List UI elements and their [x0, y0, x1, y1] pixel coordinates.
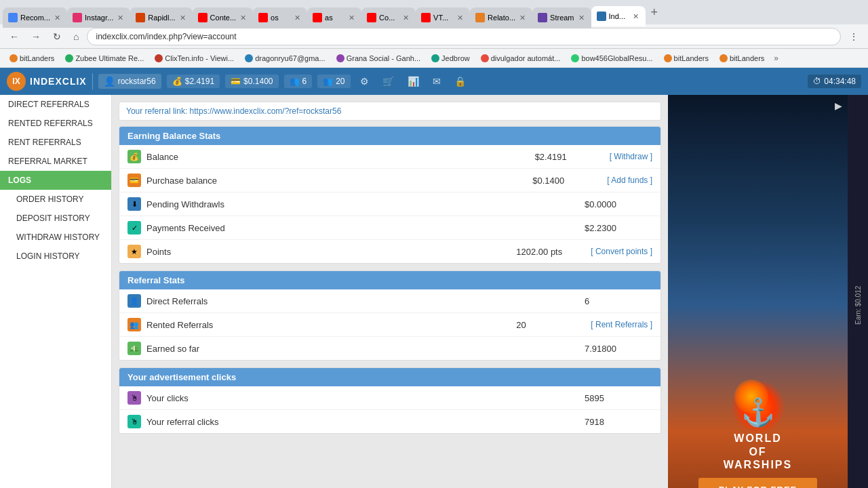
- bookmark-bitlanders-3[interactable]: bitLanders: [715, 53, 768, 64]
- tab-close-btn[interactable]: ✕: [401, 14, 410, 22]
- tab-close-btn[interactable]: ✕: [239, 14, 248, 22]
- rent-referrals-link[interactable]: [ Rent Referrals ]: [591, 320, 652, 329]
- earned-label: Earned so far: [146, 344, 585, 354]
- referral-clicks-value: 7918: [585, 417, 652, 427]
- ad-clicks-section: Your advertisement clicks 🖱 Your clicks …: [119, 367, 661, 434]
- settings-icon[interactable]: ⚙: [356, 73, 373, 89]
- header-username[interactable]: 👤 rockstar56: [98, 74, 161, 89]
- payments-received-row: ✓ Payments Received $2.2300: [119, 216, 660, 240]
- referral-clicks-icon: 🖱: [127, 415, 141, 428]
- balance-value: $2.4191: [535, 152, 603, 162]
- tab-label: Instagr...: [85, 14, 113, 22]
- convert-points-link[interactable]: [ Convert points ]: [591, 247, 652, 256]
- new-tab-button[interactable]: +: [646, 5, 664, 20]
- home-button[interactable]: ⌂: [69, 28, 83, 45]
- earning-balance-header: Earning Balance Stats: [119, 127, 660, 145]
- bookmark-dragon[interactable]: dragonryu67@gma...: [241, 53, 330, 64]
- sidebar-item-withdraw-history[interactable]: WITHDRAW HISTORY: [0, 228, 111, 247]
- main-content: Your referral link: https://www.indexcli…: [112, 95, 668, 488]
- stats-icon[interactable]: 📊: [403, 73, 423, 89]
- bookmark-zubee[interactable]: Zubee Ultimate Re...: [61, 53, 148, 64]
- bookmark-bitlanders-2[interactable]: bitLanders: [660, 53, 713, 64]
- sidebar-item-order-history[interactable]: ORDER HISTORY: [0, 190, 111, 209]
- address-text: indexclix.com/index.php?view=account: [96, 32, 236, 41]
- header-rented: 👥 20: [317, 75, 350, 88]
- header-balance: 💰 $2.4191: [167, 75, 220, 88]
- referral-link-url[interactable]: https://www.indexclix.com/?ref=rockstar5…: [190, 106, 342, 116]
- pending-withdrawls-row: ⬇ Pending Withdrawls $0.0000: [119, 192, 660, 216]
- tab-favicon: [258, 13, 268, 22]
- logo-text: INDEXCLIX: [30, 76, 87, 87]
- earned-row: 💵 Earned so far 7.91800: [119, 337, 660, 360]
- address-bar[interactable]: indexclix.com/index.php?view=account: [87, 28, 841, 45]
- tab-favicon: [8, 13, 18, 22]
- extensions-button[interactable]: ⋮: [845, 28, 863, 45]
- earning-balance-section: Earning Balance Stats 💰 Balance $2.4191 …: [119, 126, 661, 264]
- tab-co[interactable]: Co... ✕: [361, 7, 416, 28]
- earn-strip: Earn: $0.012: [848, 95, 868, 488]
- tab-close-btn[interactable]: ✕: [577, 14, 586, 22]
- sidebar-item-referral-market[interactable]: REFERRAL MARKET: [0, 152, 111, 171]
- tab-close-btn[interactable]: ✕: [518, 14, 527, 22]
- more-bookmarks[interactable]: »: [774, 54, 778, 63]
- back-button[interactable]: ←: [5, 28, 23, 45]
- sidebar-item-rent-referrals[interactable]: RENT REFERRALS: [0, 133, 111, 152]
- tab-recom[interactable]: Recom... ✕: [3, 7, 67, 28]
- tab-close-btn[interactable]: ✕: [293, 14, 302, 22]
- tab-label: Ind...: [609, 12, 629, 20]
- tab-close-btn[interactable]: ✕: [347, 14, 356, 22]
- referral-link-label: Your referral link:: [126, 106, 187, 116]
- tab-label: os: [271, 14, 290, 22]
- refresh-button[interactable]: ↻: [49, 28, 65, 45]
- tab-relato[interactable]: Relato... ✕: [470, 7, 532, 28]
- bookmark-icon: [481, 54, 489, 62]
- bookmark-jedbrow[interactable]: Jedbrow: [427, 53, 474, 64]
- bookmark-divulgador[interactable]: divulgador automát...: [477, 53, 565, 64]
- bookmark-grana[interactable]: Grana Social - Ganh...: [332, 53, 425, 64]
- tab-rapidl[interactable]: Rapidl... ✕: [130, 7, 192, 28]
- tab-label: as: [325, 14, 344, 22]
- tab-close-btn[interactable]: ✕: [456, 14, 465, 22]
- tab-conte[interactable]: Conte... ✕: [193, 7, 254, 28]
- lock-icon[interactable]: 🔒: [450, 73, 470, 89]
- bookmark-clixten[interactable]: ClixTen.info - Viewi...: [151, 53, 238, 64]
- withdraw-link[interactable]: [ Withdraw ]: [610, 152, 652, 161]
- play-free-button[interactable]: PLAY FOR FREE: [698, 478, 818, 488]
- tab-as[interactable]: as ✕: [307, 7, 361, 28]
- direct-referrals-row: 👤 Direct Referrals 6: [119, 289, 660, 313]
- tab-os[interactable]: os ✕: [253, 7, 307, 28]
- username-text: rockstar56: [118, 77, 156, 86]
- bookmark-bitlanders-1[interactable]: bitLanders: [5, 53, 58, 64]
- shop-icon[interactable]: 🛒: [378, 73, 398, 89]
- tab-vt[interactable]: VT... ✕: [416, 7, 470, 28]
- tab-label: Rapidl...: [148, 14, 175, 22]
- tab-label: Recom...: [20, 14, 50, 22]
- bookmark-bow456[interactable]: bow456GlobalResu...: [567, 53, 656, 64]
- forward-button[interactable]: →: [27, 28, 45, 45]
- tab-indexclix[interactable]: Ind... ✕: [591, 6, 646, 26]
- rented-referrals-row: 👥 Rented Referrals 20 [ Rent Referrals ]: [119, 313, 660, 337]
- tab-close-btn[interactable]: ✕: [631, 12, 640, 21]
- bookmark-icon: [431, 54, 439, 62]
- tab-close-btn[interactable]: ✕: [53, 14, 62, 22]
- sidebar-item-logs[interactable]: LOGS: [0, 171, 111, 190]
- wows-title: WORLDOFWARSHIPS: [724, 432, 792, 471]
- purchase-balance-label: Purchase balance: [146, 176, 532, 186]
- pending-icon: ⬇: [127, 197, 141, 211]
- purchase-balance-text: $0.1400: [243, 77, 273, 86]
- direct-ref-icon: 👤: [127, 294, 141, 308]
- sidebar-item-deposit-history[interactable]: DEPOSIT HISTORY: [0, 209, 111, 228]
- sidebar-item-rented-referrals[interactable]: RENTED REFERRALS: [0, 114, 111, 133]
- sidebar-item-direct-referrals[interactable]: DIRECT REFERRALS: [0, 95, 111, 114]
- tab-label: Co...: [379, 14, 399, 22]
- add-funds-link[interactable]: [ Add funds ]: [607, 176, 652, 185]
- ad-play-icon[interactable]: ▶: [835, 100, 842, 111]
- mail-icon[interactable]: ✉: [429, 73, 445, 89]
- tab-stream[interactable]: Stream ✕: [532, 7, 591, 28]
- tab-close-btn[interactable]: ✕: [116, 14, 125, 22]
- tab-close-btn[interactable]: ✕: [178, 14, 187, 22]
- bookmark-label: ClixTen.info - Viewi...: [165, 54, 234, 62]
- sidebar-item-login-history[interactable]: LOGIN HISTORY: [0, 247, 111, 266]
- tab-instagram[interactable]: Instagr... ✕: [67, 7, 130, 28]
- bookmark-label: divulgador automát...: [491, 54, 561, 62]
